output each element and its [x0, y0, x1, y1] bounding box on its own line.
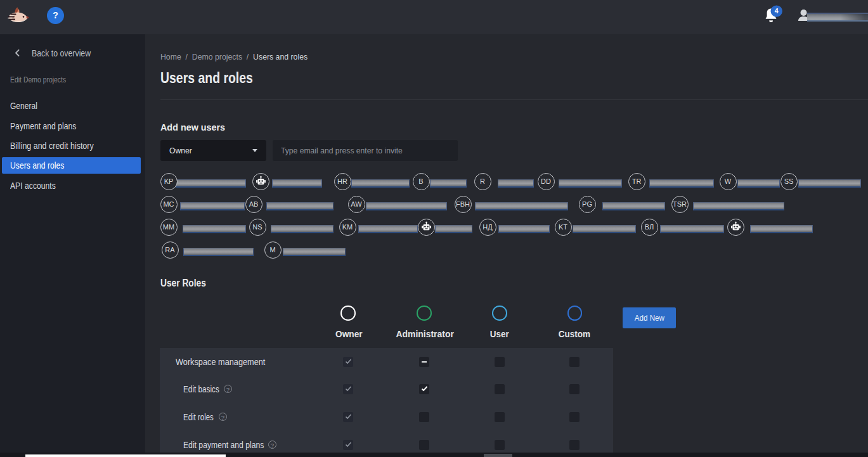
svg-text:4: 4: [775, 7, 779, 15]
